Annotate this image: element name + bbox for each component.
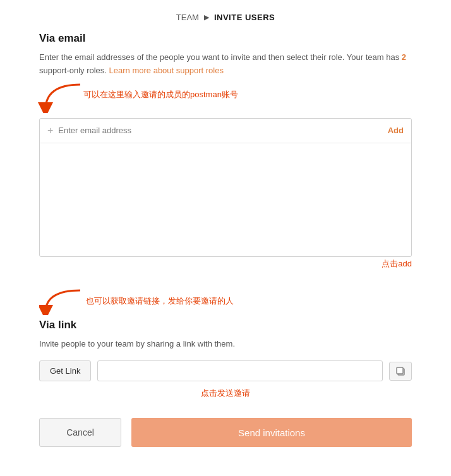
email-input-annotation: 可以在这里输入邀请的成员的postman账号 xyxy=(83,89,238,100)
via-link-section: 也可以获取邀请链接，发给你要邀请的人 Via link Invite peopl… xyxy=(39,287,412,382)
add-button[interactable]: Add xyxy=(388,126,404,135)
via-link-annotation: 也可以获取邀请链接，发给你要邀请的人 xyxy=(86,295,234,307)
main-content: Via email Enter the email addresses of t… xyxy=(0,32,451,462)
learn-more-link[interactable]: Learn more about support roles xyxy=(109,66,224,75)
email-input[interactable] xyxy=(58,126,387,135)
arrow-link-icon xyxy=(39,287,83,315)
desc-text-1: Enter the email addresses of the people … xyxy=(39,52,402,62)
plus-icon: + xyxy=(47,125,53,136)
add-annotation: 点击add xyxy=(39,258,412,270)
link-input[interactable] xyxy=(97,360,383,381)
cancel-button[interactable]: Cancel xyxy=(39,418,121,447)
via-link-title: Via link xyxy=(39,319,412,331)
copy-icon xyxy=(395,366,406,376)
arrow-down-left-icon xyxy=(33,81,83,113)
arrow-annotation-row: 可以在这里输入邀请的成员的postman账号 xyxy=(39,88,412,113)
copy-link-button[interactable] xyxy=(389,362,412,381)
get-link-button[interactable]: Get Link xyxy=(39,360,91,381)
support-roles-count: 2 xyxy=(402,52,406,62)
via-email-section: Via email Enter the email addresses of t… xyxy=(39,32,412,270)
email-input-area: + Add 点击add xyxy=(39,118,412,270)
via-email-title: Via email xyxy=(39,32,412,45)
via-email-description: Enter the email addresses of the people … xyxy=(39,51,412,78)
email-input-container: + Add xyxy=(39,118,412,257)
breadcrumb-arrow-icon: ▶ xyxy=(204,13,209,21)
desc-text-2: support-only roles. xyxy=(39,66,109,75)
breadcrumb-team: TEAM xyxy=(176,13,199,22)
via-link-annotation-row: 也可以获取邀请链接，发给你要邀请的人 xyxy=(39,287,412,315)
breadcrumb-current: INVITE USERS xyxy=(214,13,275,22)
email-input-row[interactable]: + Add xyxy=(40,119,411,143)
svg-rect-3 xyxy=(397,367,403,374)
link-row: Get Link xyxy=(39,360,412,381)
send-annotation: 点击发送邀请 xyxy=(39,388,412,399)
via-email-left: Via email Enter the email addresses of t… xyxy=(39,32,412,270)
breadcrumb: TEAM ▶ INVITE USERS xyxy=(0,0,451,32)
via-link-description: Invite people to your team by sharing a … xyxy=(39,338,412,351)
footer-buttons: Cancel Send invitations xyxy=(39,418,412,447)
send-invitations-button[interactable]: Send invitations xyxy=(131,418,412,447)
